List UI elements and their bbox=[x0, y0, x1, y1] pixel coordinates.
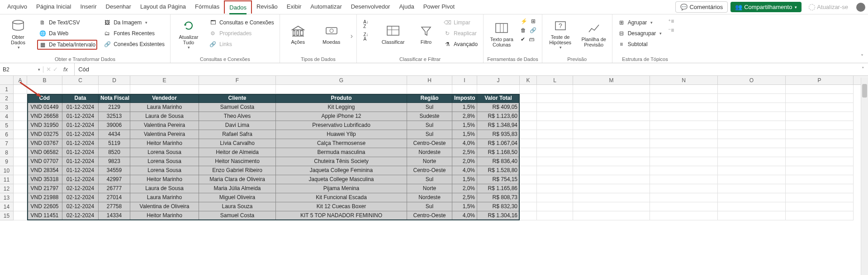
cell-G4[interactable]: Apple iPhone 12 bbox=[276, 112, 407, 121]
cell-P2[interactable] bbox=[786, 94, 854, 103]
cell-C4[interactable]: 01-12-2024 bbox=[62, 112, 99, 121]
cell-A8[interactable] bbox=[14, 148, 27, 157]
cell-P10[interactable] bbox=[786, 166, 854, 175]
cell-D1[interactable] bbox=[99, 85, 130, 94]
cell-E14[interactable]: Valentina de Oliveira bbox=[130, 202, 199, 211]
cell-M8[interactable] bbox=[573, 148, 650, 157]
cell-P5[interactable] bbox=[786, 121, 854, 130]
cell-F14[interactable]: Laura Souza bbox=[199, 202, 276, 211]
row-header[interactable]: 3 bbox=[0, 103, 13, 112]
cell-D5[interactable]: 39006 bbox=[99, 121, 130, 130]
cell-P8[interactable] bbox=[786, 148, 854, 157]
cell-A15[interactable] bbox=[14, 211, 27, 220]
cell-G7[interactable]: Calça Thermosense bbox=[276, 139, 407, 148]
expand-formula-bar[interactable]: ˅ bbox=[858, 66, 868, 72]
cell-F11[interactable]: Maria Clara de Oliveira bbox=[199, 175, 276, 184]
column-header-E[interactable]: E bbox=[130, 76, 199, 84]
cell-H12[interactable]: Norte bbox=[407, 184, 452, 193]
from-table-range-button[interactable]: ▦De Tabela/Intervalo bbox=[37, 40, 97, 50]
cell-J8[interactable]: R$ 1.168,50 bbox=[477, 148, 520, 157]
cell-K14[interactable] bbox=[520, 202, 537, 211]
cell-L6[interactable] bbox=[537, 130, 573, 139]
cell-I11[interactable]: 1,5% bbox=[452, 175, 477, 184]
cell-K1[interactable] bbox=[520, 85, 537, 94]
cell-O10[interactable] bbox=[718, 166, 786, 175]
cell-E1[interactable] bbox=[130, 85, 199, 94]
cell-M11[interactable] bbox=[573, 175, 650, 184]
share-button[interactable]: 👥 Compartilhamento ▾ bbox=[730, 2, 802, 12]
cell-H11[interactable]: Sul bbox=[407, 175, 452, 184]
column-header-O[interactable]: O bbox=[718, 76, 786, 84]
cell-E3[interactable]: Laura Marinho bbox=[130, 103, 199, 112]
cell-P14[interactable] bbox=[786, 202, 854, 211]
column-header-B[interactable]: B bbox=[27, 76, 62, 84]
cell-A5[interactable] bbox=[14, 121, 27, 130]
relations-icon[interactable]: 🔗 bbox=[530, 27, 536, 33]
cell-E4[interactable]: Laura de Sousa bbox=[130, 112, 199, 121]
queries-connections-button[interactable]: 🗔Consultas e Conexões bbox=[208, 18, 276, 27]
cell-I7[interactable]: 4,0% bbox=[452, 139, 477, 148]
cell-N15[interactable] bbox=[650, 211, 718, 220]
cell-G6[interactable]: Huawei Y8p bbox=[276, 130, 407, 139]
cell-M6[interactable] bbox=[573, 130, 650, 139]
cell-J13[interactable]: R$ 808,73 bbox=[477, 193, 520, 202]
cell-N11[interactable] bbox=[650, 175, 718, 184]
cell-O9[interactable] bbox=[718, 157, 786, 166]
cell-D4[interactable]: 32513 bbox=[99, 112, 130, 121]
data-model-icon[interactable]: 🗃 bbox=[529, 36, 534, 42]
cell-H15[interactable]: Centro-Oeste bbox=[407, 211, 452, 220]
cell-M7[interactable] bbox=[573, 139, 650, 148]
subtotal-button[interactable]: ≡Subtotal bbox=[616, 40, 664, 49]
cell-I2[interactable]: Imposto bbox=[452, 94, 477, 103]
cell-L10[interactable] bbox=[537, 166, 573, 175]
cell-A14[interactable] bbox=[14, 202, 27, 211]
column-header-C[interactable]: C bbox=[62, 76, 99, 84]
cell-E5[interactable]: Valentina Pereira bbox=[130, 121, 199, 130]
cell-H13[interactable]: Nordeste bbox=[407, 193, 452, 202]
cell-O2[interactable] bbox=[718, 94, 786, 103]
menu-tab-power-pivot[interactable]: Power Pivot bbox=[419, 0, 459, 14]
cell-A10[interactable] bbox=[14, 166, 27, 175]
sort-desc-button[interactable]: Z↓A bbox=[360, 33, 371, 42]
cell-N13[interactable] bbox=[650, 193, 718, 202]
cell-D15[interactable]: 14334 bbox=[99, 211, 130, 220]
cell-D3[interactable]: 2129 bbox=[99, 103, 130, 112]
cell-G10[interactable]: Jaqueta College Feminina bbox=[276, 166, 407, 175]
cell-O13[interactable] bbox=[718, 193, 786, 202]
from-web-button[interactable]: 🌐Da Web bbox=[37, 29, 97, 38]
cell-F12[interactable]: Maria Júlia Almeida bbox=[199, 184, 276, 193]
cell-L2[interactable] bbox=[537, 94, 573, 103]
cell-M12[interactable] bbox=[573, 184, 650, 193]
cell-G3[interactable]: Kit Legging bbox=[276, 103, 407, 112]
row-header[interactable]: 15 bbox=[0, 211, 13, 220]
cell-D12[interactable]: 26777 bbox=[99, 184, 130, 193]
row-header[interactable]: 14 bbox=[0, 202, 13, 211]
cell-D11[interactable]: 42997 bbox=[99, 175, 130, 184]
cell-K6[interactable] bbox=[520, 130, 537, 139]
formula-input[interactable]: Cód bbox=[75, 66, 858, 73]
cell-A3[interactable] bbox=[14, 103, 27, 112]
get-data-button[interactable]: Obter Dados▾ bbox=[4, 16, 33, 52]
cell-E9[interactable]: Lorena Sousa bbox=[130, 157, 199, 166]
cell-J11[interactable]: R$ 754,15 bbox=[477, 175, 520, 184]
cell-G11[interactable]: Jaqueta College Masculina bbox=[276, 175, 407, 184]
cell-L15[interactable] bbox=[537, 211, 573, 220]
cell-G2[interactable]: Produto bbox=[276, 94, 407, 103]
cell-N7[interactable] bbox=[650, 139, 718, 148]
name-box[interactable]: B2 ▾ bbox=[0, 66, 43, 73]
cell-F4[interactable]: Theo Alves bbox=[199, 112, 276, 121]
cell-B6[interactable]: VND 03275 bbox=[27, 130, 62, 139]
cell-N4[interactable] bbox=[650, 112, 718, 121]
cell-K2[interactable] bbox=[520, 94, 537, 103]
cell-G5[interactable]: Preservativo Lubrificado bbox=[276, 121, 407, 130]
cell-E2[interactable]: Vendedor bbox=[130, 94, 199, 103]
column-header-F[interactable]: F bbox=[199, 76, 276, 84]
cell-C5[interactable]: 01-12-2024 bbox=[62, 121, 99, 130]
row-header[interactable]: 4 bbox=[0, 112, 13, 121]
cell-G12[interactable]: Pijama Menina bbox=[276, 184, 407, 193]
cell-K8[interactable] bbox=[520, 148, 537, 157]
cell-B15[interactable]: VND 11451 bbox=[27, 211, 62, 220]
cell-D8[interactable]: 8520 bbox=[99, 148, 130, 157]
cell-L7[interactable] bbox=[537, 139, 573, 148]
cell-M5[interactable] bbox=[573, 121, 650, 130]
